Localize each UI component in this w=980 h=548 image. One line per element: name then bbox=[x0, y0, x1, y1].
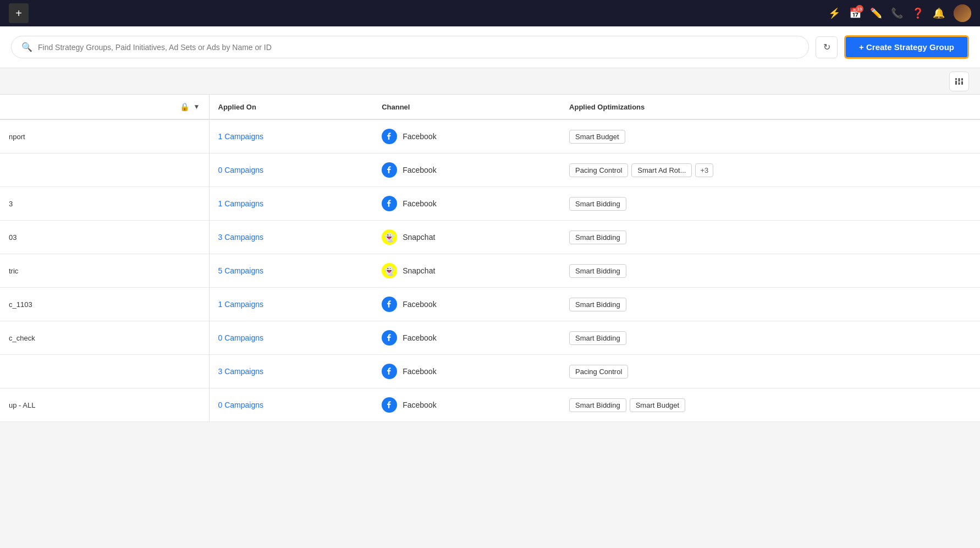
table-row: 033 Campaigns👻SnapchatSmart Bidding bbox=[0, 221, 980, 254]
optimizations-cell: Pacing ControlSmart Ad Rot...+3 bbox=[560, 154, 980, 187]
name-cell bbox=[0, 355, 209, 388]
avatar[interactable] bbox=[954, 4, 971, 22]
snapchat-icon: 👻 bbox=[382, 263, 397, 278]
name-cell bbox=[0, 154, 209, 187]
facebook-icon bbox=[382, 162, 397, 178]
snapchat-icon: 👻 bbox=[382, 229, 397, 245]
optimization-badge: Pacing Control bbox=[569, 365, 628, 379]
applied-on-cell: 1 Campaigns bbox=[209, 119, 373, 154]
strategy-groups-table: 🔒 ▼ Applied On Channel Applied Optimizat… bbox=[0, 95, 980, 422]
name-cell: tric bbox=[0, 254, 209, 288]
top-nav: + ⚡ 📅 19 ✏️ 📞 ❓ 🔔 bbox=[0, 0, 980, 26]
calendar-badge: 19 bbox=[856, 5, 863, 13]
channel-cell: Facebook bbox=[373, 321, 560, 355]
optimizations-cell: Smart Bidding bbox=[560, 187, 980, 221]
channel-cell: Facebook bbox=[373, 119, 560, 154]
name-cell: nport bbox=[0, 119, 209, 154]
optimization-badge: Smart Budget bbox=[630, 398, 686, 412]
channel-cell: Facebook bbox=[373, 388, 560, 422]
applied-on-cell: 3 Campaigns bbox=[209, 355, 373, 388]
channel-label: Facebook bbox=[403, 300, 436, 309]
table-container: 🔒 ▼ Applied On Channel Applied Optimizat… bbox=[0, 95, 980, 422]
column-settings-button[interactable] bbox=[949, 72, 969, 91]
lightning-icon[interactable]: ⚡ bbox=[828, 7, 840, 19]
search-input[interactable] bbox=[38, 43, 799, 52]
table-row: nport1 CampaignsFacebookSmart Budget bbox=[0, 119, 980, 154]
avatar-image bbox=[954, 4, 971, 22]
svg-rect-0 bbox=[955, 78, 957, 85]
campaigns-link[interactable]: 0 Campaigns bbox=[218, 401, 264, 409]
campaigns-link[interactable]: 5 Campaigns bbox=[218, 266, 264, 275]
campaigns-link[interactable]: 1 Campaigns bbox=[218, 300, 264, 309]
optimization-badge: Pacing Control bbox=[569, 163, 628, 177]
svg-rect-2 bbox=[961, 78, 963, 85]
channel-cell: 👻Snapchat bbox=[373, 221, 560, 254]
optimization-badge: Smart Ad Rot... bbox=[631, 163, 692, 177]
applied-on-cell: 3 Campaigns bbox=[209, 221, 373, 254]
search-box: 🔍 bbox=[11, 36, 809, 58]
campaigns-link[interactable]: 0 Campaigns bbox=[218, 333, 264, 342]
table-row: up - ALL0 CampaignsFacebookSmart Bidding… bbox=[0, 388, 980, 422]
channel-label: Facebook bbox=[403, 367, 436, 376]
campaigns-link[interactable]: 3 Campaigns bbox=[218, 233, 264, 242]
table-body: nport1 CampaignsFacebookSmart Budget0 Ca… bbox=[0, 119, 980, 422]
channel-label: Facebook bbox=[403, 166, 436, 174]
bell-icon[interactable]: 🔔 bbox=[933, 7, 945, 19]
table-row: c_11031 CampaignsFacebookSmart Bidding bbox=[0, 288, 980, 321]
name-cell: c_check bbox=[0, 321, 209, 355]
campaigns-link[interactable]: 3 Campaigns bbox=[218, 367, 264, 376]
channel-cell: Facebook bbox=[373, 288, 560, 321]
phone-icon[interactable]: 📞 bbox=[891, 7, 903, 19]
create-strategy-group-button[interactable]: + Create Strategy Group bbox=[844, 35, 969, 59]
channel-cell: Facebook bbox=[373, 187, 560, 221]
optimizations-cell: Smart Budget bbox=[560, 119, 980, 154]
lock-icon: 🔒 bbox=[180, 102, 189, 111]
toolbar-row bbox=[0, 68, 980, 95]
optimizations-cell: Pacing Control bbox=[560, 355, 980, 388]
name-cell: 03 bbox=[0, 221, 209, 254]
optimizations-cell: Smart Bidding bbox=[560, 321, 980, 355]
optimization-badge: Smart Bidding bbox=[569, 398, 626, 412]
campaigns-link[interactable]: 1 Campaigns bbox=[218, 199, 264, 208]
applied-on-cell: 1 Campaigns bbox=[209, 187, 373, 221]
optimizations-cell: Smart Bidding bbox=[560, 254, 980, 288]
channel-cell: 👻Snapchat bbox=[373, 254, 560, 288]
name-cell: up - ALL bbox=[0, 388, 209, 422]
table-row: 0 CampaignsFacebookPacing ControlSmart A… bbox=[0, 154, 980, 187]
campaigns-link[interactable]: 1 Campaigns bbox=[218, 132, 264, 141]
optimization-badge: Smart Bidding bbox=[569, 197, 626, 211]
campaigns-link[interactable]: 0 Campaigns bbox=[218, 166, 264, 174]
table-row: 3 CampaignsFacebookPacing Control bbox=[0, 355, 980, 388]
applied-on-cell: 0 Campaigns bbox=[209, 388, 373, 422]
help-icon[interactable]: ❓ bbox=[912, 7, 924, 19]
refresh-button[interactable]: ↻ bbox=[816, 36, 838, 58]
optimizations-cell: Smart BiddingSmart Budget bbox=[560, 388, 980, 422]
search-area: 🔍 ↻ + Create Strategy Group bbox=[0, 26, 980, 68]
optimization-badge: Smart Bidding bbox=[569, 298, 626, 311]
applied-on-cell: 0 Campaigns bbox=[209, 321, 373, 355]
optimizations-cell: Smart Bidding bbox=[560, 288, 980, 321]
optimization-badge: Smart Bidding bbox=[569, 264, 626, 278]
pencil-icon[interactable]: ✏️ bbox=[870, 7, 882, 19]
applied-on-cell: 1 Campaigns bbox=[209, 288, 373, 321]
channel-column-header: Channel bbox=[373, 95, 560, 119]
filter-arrow-icon[interactable]: ▼ bbox=[194, 103, 200, 111]
applied-optimizations-column-header: Applied Optimizations bbox=[560, 95, 980, 119]
applied-on-cell: 0 Campaigns bbox=[209, 154, 373, 187]
channel-label: Facebook bbox=[403, 333, 436, 342]
table-row: 31 CampaignsFacebookSmart Bidding bbox=[0, 187, 980, 221]
svg-rect-1 bbox=[959, 78, 960, 85]
optimization-badge: Smart Bidding bbox=[569, 331, 626, 345]
applied-on-cell: 5 Campaigns bbox=[209, 254, 373, 288]
facebook-icon bbox=[382, 129, 397, 144]
channel-label: Snapchat bbox=[403, 233, 435, 242]
facebook-icon bbox=[382, 397, 397, 413]
name-cell: 3 bbox=[0, 187, 209, 221]
nav-plus-button[interactable]: + bbox=[9, 3, 29, 23]
more-optimizations-badge[interactable]: +3 bbox=[695, 163, 713, 177]
channel-label: Snapchat bbox=[403, 266, 435, 275]
channel-label: Facebook bbox=[403, 132, 436, 141]
calendar-icon[interactable]: 📅 19 bbox=[849, 7, 861, 19]
columns-icon bbox=[954, 76, 964, 86]
channel-cell: Facebook bbox=[373, 154, 560, 187]
